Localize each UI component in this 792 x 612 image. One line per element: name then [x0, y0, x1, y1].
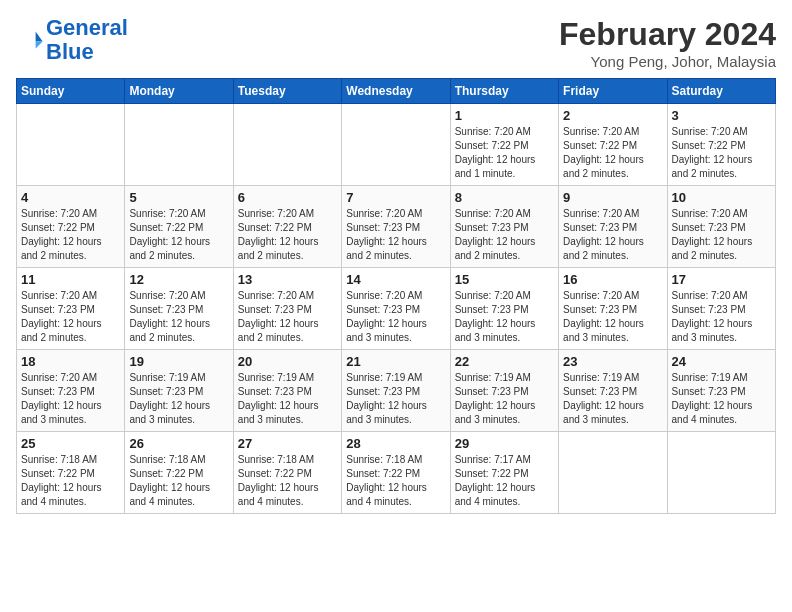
day-number: 17 — [672, 272, 771, 287]
day-number: 13 — [238, 272, 337, 287]
calendar-cell: 1Sunrise: 7:20 AM Sunset: 7:22 PM Daylig… — [450, 104, 558, 186]
calendar-cell: 26Sunrise: 7:18 AM Sunset: 7:22 PM Dayli… — [125, 432, 233, 514]
calendar-cell — [17, 104, 125, 186]
day-info: Sunrise: 7:20 AM Sunset: 7:23 PM Dayligh… — [672, 289, 771, 345]
logo-text: General Blue — [46, 16, 128, 64]
calendar-cell: 23Sunrise: 7:19 AM Sunset: 7:23 PM Dayli… — [559, 350, 667, 432]
calendar-cell: 6Sunrise: 7:20 AM Sunset: 7:22 PM Daylig… — [233, 186, 341, 268]
calendar-day-header: Sunday — [17, 79, 125, 104]
calendar-cell — [342, 104, 450, 186]
day-number: 25 — [21, 436, 120, 451]
calendar-cell: 25Sunrise: 7:18 AM Sunset: 7:22 PM Dayli… — [17, 432, 125, 514]
page-header: General Blue February 2024 Yong Peng, Jo… — [16, 16, 776, 70]
day-info: Sunrise: 7:20 AM Sunset: 7:23 PM Dayligh… — [21, 371, 120, 427]
calendar-cell: 8Sunrise: 7:20 AM Sunset: 7:23 PM Daylig… — [450, 186, 558, 268]
day-info: Sunrise: 7:20 AM Sunset: 7:23 PM Dayligh… — [129, 289, 228, 345]
calendar-cell — [125, 104, 233, 186]
calendar-cell: 19Sunrise: 7:19 AM Sunset: 7:23 PM Dayli… — [125, 350, 233, 432]
day-info: Sunrise: 7:20 AM Sunset: 7:22 PM Dayligh… — [21, 207, 120, 263]
calendar-cell: 11Sunrise: 7:20 AM Sunset: 7:23 PM Dayli… — [17, 268, 125, 350]
calendar-cell: 14Sunrise: 7:20 AM Sunset: 7:23 PM Dayli… — [342, 268, 450, 350]
day-info: Sunrise: 7:20 AM Sunset: 7:23 PM Dayligh… — [346, 289, 445, 345]
calendar-day-header: Friday — [559, 79, 667, 104]
calendar-day-header: Saturday — [667, 79, 775, 104]
calendar-cell: 29Sunrise: 7:17 AM Sunset: 7:22 PM Dayli… — [450, 432, 558, 514]
calendar-cell: 3Sunrise: 7:20 AM Sunset: 7:22 PM Daylig… — [667, 104, 775, 186]
calendar-cell: 2Sunrise: 7:20 AM Sunset: 7:22 PM Daylig… — [559, 104, 667, 186]
svg-marker-1 — [36, 42, 43, 49]
day-info: Sunrise: 7:20 AM Sunset: 7:23 PM Dayligh… — [346, 207, 445, 263]
day-info: Sunrise: 7:19 AM Sunset: 7:23 PM Dayligh… — [346, 371, 445, 427]
calendar-cell: 10Sunrise: 7:20 AM Sunset: 7:23 PM Dayli… — [667, 186, 775, 268]
calendar-cell: 9Sunrise: 7:20 AM Sunset: 7:23 PM Daylig… — [559, 186, 667, 268]
calendar-cell: 22Sunrise: 7:19 AM Sunset: 7:23 PM Dayli… — [450, 350, 558, 432]
day-number: 12 — [129, 272, 228, 287]
calendar-cell: 21Sunrise: 7:19 AM Sunset: 7:23 PM Dayli… — [342, 350, 450, 432]
day-number: 14 — [346, 272, 445, 287]
logo-icon — [16, 26, 44, 54]
calendar-cell: 17Sunrise: 7:20 AM Sunset: 7:23 PM Dayli… — [667, 268, 775, 350]
day-number: 23 — [563, 354, 662, 369]
day-info: Sunrise: 7:20 AM Sunset: 7:23 PM Dayligh… — [672, 207, 771, 263]
calendar-cell: 12Sunrise: 7:20 AM Sunset: 7:23 PM Dayli… — [125, 268, 233, 350]
day-number: 1 — [455, 108, 554, 123]
calendar-cell: 24Sunrise: 7:19 AM Sunset: 7:23 PM Dayli… — [667, 350, 775, 432]
day-info: Sunrise: 7:20 AM Sunset: 7:23 PM Dayligh… — [563, 207, 662, 263]
day-info: Sunrise: 7:20 AM Sunset: 7:22 PM Dayligh… — [238, 207, 337, 263]
calendar-cell: 15Sunrise: 7:20 AM Sunset: 7:23 PM Dayli… — [450, 268, 558, 350]
title-block: February 2024 Yong Peng, Johor, Malaysia — [559, 16, 776, 70]
calendar-cell: 5Sunrise: 7:20 AM Sunset: 7:22 PM Daylig… — [125, 186, 233, 268]
day-number: 18 — [21, 354, 120, 369]
day-info: Sunrise: 7:18 AM Sunset: 7:22 PM Dayligh… — [238, 453, 337, 509]
day-number: 7 — [346, 190, 445, 205]
day-number: 3 — [672, 108, 771, 123]
day-number: 8 — [455, 190, 554, 205]
day-info: Sunrise: 7:20 AM Sunset: 7:22 PM Dayligh… — [129, 207, 228, 263]
day-info: Sunrise: 7:18 AM Sunset: 7:22 PM Dayligh… — [21, 453, 120, 509]
calendar-cell: 27Sunrise: 7:18 AM Sunset: 7:22 PM Dayli… — [233, 432, 341, 514]
day-number: 22 — [455, 354, 554, 369]
location: Yong Peng, Johor, Malaysia — [559, 53, 776, 70]
day-info: Sunrise: 7:20 AM Sunset: 7:23 PM Dayligh… — [238, 289, 337, 345]
day-info: Sunrise: 7:20 AM Sunset: 7:22 PM Dayligh… — [672, 125, 771, 181]
day-info: Sunrise: 7:17 AM Sunset: 7:22 PM Dayligh… — [455, 453, 554, 509]
svg-marker-0 — [36, 32, 43, 42]
day-number: 2 — [563, 108, 662, 123]
day-number: 10 — [672, 190, 771, 205]
calendar-cell — [559, 432, 667, 514]
calendar-cell: 18Sunrise: 7:20 AM Sunset: 7:23 PM Dayli… — [17, 350, 125, 432]
day-number: 4 — [21, 190, 120, 205]
calendar-cell: 20Sunrise: 7:19 AM Sunset: 7:23 PM Dayli… — [233, 350, 341, 432]
day-number: 24 — [672, 354, 771, 369]
month-year: February 2024 — [559, 16, 776, 53]
day-number: 19 — [129, 354, 228, 369]
day-number: 15 — [455, 272, 554, 287]
calendar-cell: 4Sunrise: 7:20 AM Sunset: 7:22 PM Daylig… — [17, 186, 125, 268]
day-number: 11 — [21, 272, 120, 287]
calendar-table: SundayMondayTuesdayWednesdayThursdayFrid… — [16, 78, 776, 514]
day-number: 16 — [563, 272, 662, 287]
day-number: 5 — [129, 190, 228, 205]
calendar-day-header: Thursday — [450, 79, 558, 104]
calendar-day-header: Tuesday — [233, 79, 341, 104]
day-info: Sunrise: 7:19 AM Sunset: 7:23 PM Dayligh… — [563, 371, 662, 427]
day-info: Sunrise: 7:20 AM Sunset: 7:23 PM Dayligh… — [455, 289, 554, 345]
day-number: 28 — [346, 436, 445, 451]
day-info: Sunrise: 7:20 AM Sunset: 7:22 PM Dayligh… — [563, 125, 662, 181]
calendar-day-header: Monday — [125, 79, 233, 104]
calendar-cell: 13Sunrise: 7:20 AM Sunset: 7:23 PM Dayli… — [233, 268, 341, 350]
calendar-cell: 28Sunrise: 7:18 AM Sunset: 7:22 PM Dayli… — [342, 432, 450, 514]
day-number: 29 — [455, 436, 554, 451]
calendar-week-row: 18Sunrise: 7:20 AM Sunset: 7:23 PM Dayli… — [17, 350, 776, 432]
calendar-cell: 7Sunrise: 7:20 AM Sunset: 7:23 PM Daylig… — [342, 186, 450, 268]
logo: General Blue — [16, 16, 128, 64]
calendar-week-row: 11Sunrise: 7:20 AM Sunset: 7:23 PM Dayli… — [17, 268, 776, 350]
day-info: Sunrise: 7:20 AM Sunset: 7:23 PM Dayligh… — [21, 289, 120, 345]
calendar-cell — [667, 432, 775, 514]
calendar-day-header: Wednesday — [342, 79, 450, 104]
calendar-header-row: SundayMondayTuesdayWednesdayThursdayFrid… — [17, 79, 776, 104]
calendar-cell: 16Sunrise: 7:20 AM Sunset: 7:23 PM Dayli… — [559, 268, 667, 350]
day-number: 27 — [238, 436, 337, 451]
day-info: Sunrise: 7:20 AM Sunset: 7:23 PM Dayligh… — [455, 207, 554, 263]
day-info: Sunrise: 7:18 AM Sunset: 7:22 PM Dayligh… — [129, 453, 228, 509]
